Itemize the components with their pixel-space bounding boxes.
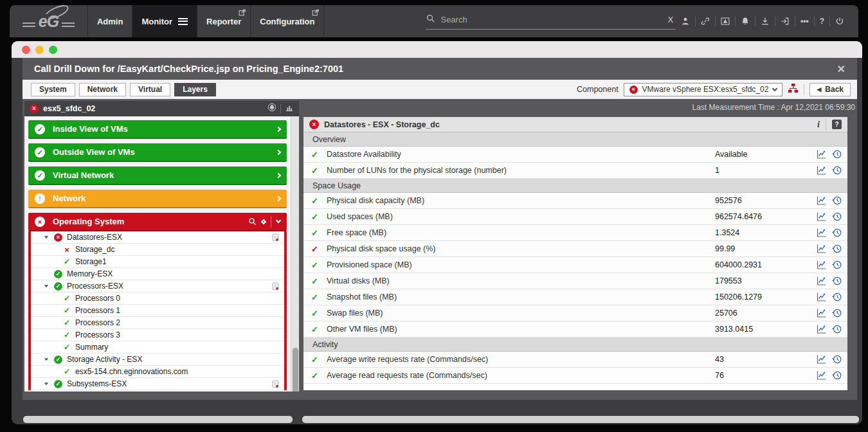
- tree-item-processors-0[interactable]: ✓Processors 0: [31, 292, 284, 305]
- line-chart-icon[interactable]: [816, 324, 827, 334]
- layer-virtual-network[interactable]: ✓Virtual Network: [28, 166, 287, 185]
- tree-item-storage-dc[interactable]: ×Storage_dc: [31, 244, 284, 256]
- alarm-console-icon[interactable]: [716, 16, 736, 26]
- left-panel-scrollbar[interactable]: [291, 116, 299, 392]
- line-chart-icon[interactable]: [816, 149, 827, 159]
- line-chart-icon[interactable]: [816, 165, 827, 176]
- measure-label: Number of LUNs for the physical storage …: [327, 166, 715, 175]
- report-icon[interactable]: [271, 380, 280, 390]
- scrollbar-thumb[interactable]: [293, 348, 298, 392]
- line-chart-icon[interactable]: [816, 276, 827, 286]
- alarm-bell-icon[interactable]: [267, 103, 276, 114]
- back-button[interactable]: ◀ Back: [809, 83, 851, 96]
- layer-network[interactable]: !Network: [28, 190, 287, 208]
- layer-label: Network: [53, 194, 276, 203]
- history-icon[interactable]: [831, 165, 842, 176]
- measure-label: Average write requests rate (Commands/se…: [327, 355, 715, 364]
- tab-virtual[interactable]: Virtual: [130, 83, 170, 96]
- window-close-button[interactable]: [22, 46, 30, 54]
- search-clear-icon[interactable]: X: [665, 15, 676, 24]
- tree-item-processors-1[interactable]: ✓Processors 1: [31, 305, 284, 317]
- ok-check-icon: ✓: [311, 196, 323, 206]
- line-chart-icon[interactable]: [816, 195, 827, 206]
- report-icon[interactable]: [271, 233, 280, 244]
- bell-icon[interactable]: [736, 16, 755, 26]
- history-icon[interactable]: [831, 228, 842, 238]
- window-zoom-button[interactable]: [49, 46, 57, 54]
- window-minimize-button[interactable]: [35, 46, 44, 54]
- nav-tab-admin[interactable]: Admin: [88, 5, 132, 37]
- history-icon[interactable]: [831, 292, 842, 302]
- tree-item-storage1[interactable]: ✓Storage1: [31, 256, 284, 268]
- help-icon[interactable]: ?: [832, 120, 842, 129]
- history-icon[interactable]: [831, 308, 842, 318]
- dialog-title: Call Drill Down for /EasyKart/CheckPrice…: [34, 64, 837, 74]
- tree-item-summary[interactable]: ✓Summary: [31, 341, 284, 354]
- history-icon[interactable]: [831, 370, 842, 381]
- topology-icon[interactable]: [788, 83, 799, 96]
- sign-in-icon[interactable]: [775, 16, 795, 26]
- tab-system[interactable]: System: [31, 83, 75, 96]
- download-icon[interactable]: [755, 16, 775, 26]
- right-horizontal-scrollbar[interactable]: [302, 416, 859, 423]
- help-icon[interactable]: ?: [815, 16, 830, 26]
- line-chart-icon[interactable]: [816, 260, 827, 270]
- component-dropdown[interactable]: × VMware vSphere ESX:esx5_sfdc_02: [624, 83, 783, 96]
- history-icon[interactable]: [831, 324, 842, 334]
- history-icon[interactable]: [831, 354, 842, 364]
- tree-expander-icon[interactable]: [45, 359, 53, 360]
- search-icon[interactable]: [248, 217, 257, 226]
- layer-operating-system[interactable]: ×Operating System: [28, 213, 287, 231]
- tree-expander-icon[interactable]: [45, 286, 53, 287]
- history-icon[interactable]: [831, 276, 842, 286]
- history-icon[interactable]: [831, 149, 842, 159]
- menu-icon[interactable]: [178, 18, 188, 25]
- history-icon[interactable]: [831, 195, 842, 206]
- tab-layers[interactable]: Layers: [174, 83, 216, 96]
- tree-item-processors-2[interactable]: ✓Processors 2: [31, 317, 284, 329]
- tree-item-label: Processors 0: [75, 294, 120, 303]
- line-chart-icon[interactable]: [816, 212, 827, 222]
- line-chart-icon[interactable]: [816, 228, 827, 238]
- tree-item-memory-esx[interactable]: ✓Memory-ESX: [31, 268, 284, 280]
- tree-item-esx5-154-chn-eginnovations-com[interactable]: ✓esx5-154.chn.eginnovations.com: [31, 366, 284, 378]
- more-icon[interactable]: •••: [795, 16, 815, 26]
- tree-item-processors-esx[interactable]: ✓Processors-ESX: [31, 280, 284, 292]
- layer-outside-view-of-vms[interactable]: ✓Outside View of VMs: [28, 143, 287, 162]
- user-icon[interactable]: [676, 16, 696, 26]
- tree-item-storage-activity-esx[interactable]: ✓Storage Activity - ESX: [31, 354, 284, 366]
- power-icon[interactable]: [830, 16, 849, 26]
- nav-tab-monitor[interactable]: Monitor: [132, 5, 197, 37]
- ok-check-icon: ✓: [311, 355, 323, 364]
- info-icon[interactable]: i: [817, 120, 820, 130]
- line-chart-icon[interactable]: [816, 370, 827, 381]
- history-icon[interactable]: [831, 260, 842, 270]
- tree-expander-icon[interactable]: [45, 237, 53, 238]
- left-horizontal-scrollbar[interactable]: [23, 416, 293, 423]
- report-icon[interactable]: [271, 282, 280, 292]
- history-icon[interactable]: [831, 212, 842, 222]
- tab-network[interactable]: Network: [79, 83, 126, 96]
- line-chart-icon[interactable]: [816, 308, 827, 318]
- history-icon[interactable]: [831, 244, 842, 254]
- nav-tab-configuration[interactable]: Configuration: [251, 5, 324, 37]
- nav-tab-reporter[interactable]: Reporter: [197, 5, 251, 37]
- measure-actions: [816, 165, 842, 176]
- line-chart-icon[interactable]: [816, 244, 827, 254]
- line-chart-icon[interactable]: [816, 292, 827, 302]
- search-input[interactable]: [440, 15, 660, 24]
- external-link-icon: [312, 8, 319, 15]
- tree-expander-icon[interactable]: [45, 384, 53, 384]
- close-icon[interactable]: ✕: [837, 63, 845, 75]
- eg-logo-orbit: [42, 2, 70, 22]
- line-chart-icon[interactable]: [816, 354, 827, 364]
- chevron-down-icon[interactable]: [276, 218, 281, 223]
- layer-inside-view-of-vms[interactable]: ✓Inside View of VMs: [28, 120, 287, 139]
- link-icon[interactable]: [696, 16, 716, 26]
- tree-item-processors-3[interactable]: ✓Processors 3: [31, 329, 284, 341]
- tree-item-subsystems-esx[interactable]: ✓Subsystems-ESX: [31, 378, 284, 390]
- chart-icon[interactable]: [285, 103, 294, 114]
- tree-item-datastores-esx[interactable]: ×Datastores-ESX: [31, 231, 284, 244]
- host-header-icons: [267, 103, 294, 114]
- collapse-all-icon[interactable]: [262, 220, 266, 224]
